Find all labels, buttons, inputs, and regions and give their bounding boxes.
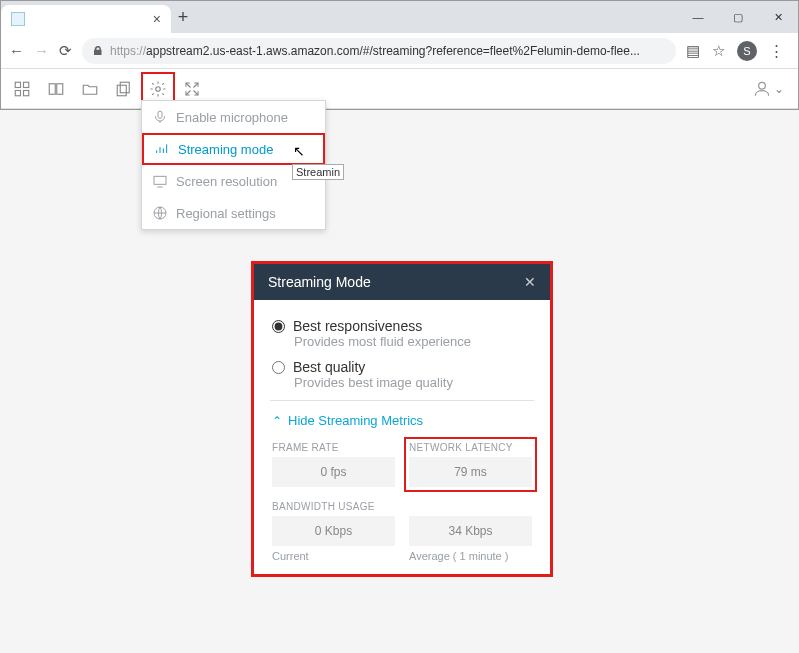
folder-icon[interactable] — [73, 72, 107, 106]
browser-tab[interactable]: × — [1, 5, 171, 33]
tooltip: Streamin — [292, 164, 344, 180]
bandwidth-current-label: Current — [272, 550, 395, 562]
close-window-button[interactable]: ✕ — [758, 1, 798, 33]
browser-window: × + — ▢ ✕ ← → ⟳ 🔒︎ https://appstream2.us… — [0, 0, 799, 110]
bandwidth-current-block: 0 Kbps — [272, 516, 395, 546]
cursor-pointer-icon: ↖︎ — [293, 143, 305, 159]
chrome-menu-icon[interactable]: ⋮ — [769, 42, 784, 60]
menu-streaming-mode[interactable]: Streaming mode ↖︎ — [142, 133, 325, 165]
menu-label: Streaming mode — [178, 142, 273, 157]
svg-rect-7 — [117, 85, 126, 96]
svg-rect-1 — [24, 82, 29, 87]
new-tab-button[interactable]: + — [171, 1, 195, 33]
bandwidth-sublabels: Current Average ( 1 minute ) — [272, 550, 532, 562]
dialog-close-icon[interactable]: ✕ — [524, 274, 536, 290]
back-button[interactable]: ← — [9, 42, 24, 59]
dialog-body: Best responsiveness Provides most fluid … — [254, 300, 550, 574]
dialog-header: Streaming Mode ✕ — [254, 264, 550, 300]
svg-rect-0 — [15, 82, 20, 87]
tab-favicon — [11, 12, 25, 26]
metrics-row-2: 0 Kbps 34 Kbps — [272, 516, 532, 546]
user-menu[interactable]: ⌄ — [752, 79, 794, 99]
svg-rect-11 — [154, 176, 166, 184]
svg-point-9 — [759, 82, 766, 89]
url-field[interactable]: 🔒︎ https://appstream2.us-east-1.aws.amaz… — [82, 38, 676, 64]
browser-titlebar: × + — ▢ ✕ — [1, 1, 798, 33]
metrics-row-1: FRAME RATE 0 fps NETWORK LATENCY 79 ms — [272, 442, 532, 487]
radio-sub: Provides most fluid experience — [294, 334, 532, 349]
svg-rect-10 — [158, 111, 162, 118]
radio-sub: Provides best image quality — [294, 375, 532, 390]
bandwidth-current-value: 0 Kbps — [272, 516, 395, 546]
radio-label: Best responsiveness — [293, 318, 422, 334]
dialog-title: Streaming Mode — [268, 274, 371, 290]
radio-input[interactable] — [272, 320, 285, 333]
clipboard-icon[interactable] — [107, 72, 141, 106]
svg-rect-5 — [57, 83, 63, 94]
tab-close-icon[interactable]: × — [153, 11, 161, 27]
bandwidth-average-value: 34 Kbps — [409, 516, 532, 546]
menu-label: Enable microphone — [176, 110, 288, 125]
frame-rate-label: FRAME RATE — [272, 442, 395, 453]
frame-rate-value: 0 fps — [272, 457, 395, 487]
menu-label: Regional settings — [176, 206, 276, 221]
svg-point-8 — [156, 86, 161, 91]
frame-rate-block: FRAME RATE 0 fps — [272, 442, 395, 487]
profile-avatar[interactable]: S — [737, 41, 757, 61]
bandwidth-label: BANDWIDTH USAGE — [272, 501, 532, 512]
window-controls: — ▢ ✕ — [678, 1, 798, 33]
reader-icon[interactable]: ▤ — [686, 42, 700, 60]
network-latency-block: NETWORK LATENCY 79 ms — [409, 442, 532, 487]
radio-best-quality[interactable]: Best quality — [272, 359, 532, 375]
minimize-button[interactable]: — — [678, 1, 718, 33]
svg-rect-6 — [120, 82, 129, 93]
streaming-mode-dialog: Streaming Mode ✕ Best responsiveness Pro… — [251, 261, 553, 577]
appstream-toolbar: ⌄ — [1, 69, 798, 109]
menu-label: Screen resolution — [176, 174, 277, 189]
svg-rect-3 — [24, 90, 29, 95]
bandwidth-average-label: Average ( 1 minute ) — [409, 550, 532, 562]
maximize-button[interactable]: ▢ — [718, 1, 758, 33]
menu-regional-settings[interactable]: Regional settings — [142, 197, 325, 229]
network-latency-value: 79 ms — [409, 457, 532, 487]
site-lock-icon: 🔒︎ — [92, 44, 104, 58]
url-scheme: https:// — [110, 44, 146, 58]
forward-button[interactable]: → — [34, 42, 49, 59]
radio-label: Best quality — [293, 359, 365, 375]
divider — [270, 400, 534, 401]
bandwidth-average-block: 34 Kbps — [409, 516, 532, 546]
svg-rect-2 — [15, 90, 20, 95]
star-icon[interactable]: ☆ — [712, 42, 725, 60]
menu-enable-microphone[interactable]: Enable microphone — [142, 101, 325, 133]
address-bar: ← → ⟳ 🔒︎ https://appstream2.us-east-1.aw… — [1, 33, 798, 69]
radio-best-responsiveness[interactable]: Best responsiveness — [272, 318, 532, 334]
chrome-actions: ▤ ☆ S ⋮ — [686, 41, 790, 61]
radio-input[interactable] — [272, 361, 285, 374]
catalog-icon[interactable] — [5, 72, 39, 106]
url-text: appstream2.us-east-1.aws.amazon.com/#/st… — [146, 44, 640, 58]
svg-rect-4 — [49, 83, 55, 94]
network-latency-label: NETWORK LATENCY — [409, 442, 532, 453]
reload-button[interactable]: ⟳ — [59, 42, 72, 60]
windows-icon[interactable] — [39, 72, 73, 106]
hide-metrics-toggle[interactable]: Hide Streaming Metrics — [272, 413, 532, 428]
